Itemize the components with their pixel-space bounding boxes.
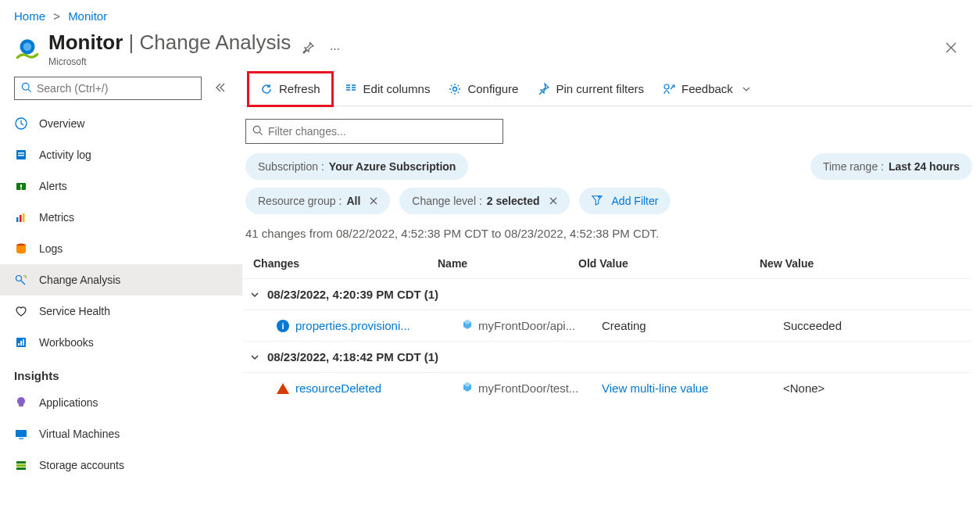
pill-time-range[interactable]: Time range : Last 24 hours (810, 153, 972, 180)
service-health-icon (14, 304, 28, 318)
refresh-icon (260, 83, 273, 95)
feedback-button[interactable]: Feedback (655, 75, 758, 103)
refresh-button[interactable]: Refresh (249, 73, 331, 105)
columns-icon (345, 83, 357, 95)
pin-label: Pin current filters (556, 82, 644, 95)
breadcrumb-home[interactable]: Home (14, 9, 45, 23)
sidebar-item-activity-log[interactable]: Activity log (0, 139, 242, 170)
summary-line: 41 changes from 08/22/2022, 4:52:38 PM C… (242, 222, 972, 252)
svg-rect-12 (23, 213, 25, 222)
old-value: Creating (602, 319, 783, 332)
close-button[interactable] (941, 38, 961, 60)
sidebar-item-change-analysis[interactable]: Change Analysis (0, 264, 242, 295)
pin-button[interactable] (297, 37, 319, 61)
breadcrumb-monitor[interactable]: Monitor (68, 9, 107, 23)
sidebar-search[interactable] (14, 77, 202, 100)
more-button[interactable]: ⋯ (325, 38, 345, 59)
title-block: Monitor | Change Analysis Microsoft (48, 30, 291, 67)
group-row[interactable]: 08/23/2022, 4:18:42 PM CDT (1) (242, 341, 972, 372)
pill-label: Change level : (412, 195, 482, 207)
metrics-icon (14, 210, 28, 224)
svg-point-1 (23, 42, 32, 51)
storage-accounts-icon (14, 458, 28, 472)
title-sep: | (123, 30, 139, 54)
chevron-down-icon (250, 290, 259, 299)
close-icon[interactable] (370, 197, 377, 205)
change-link[interactable]: resourceDeleted (295, 381, 381, 395)
publisher: Microsoft (48, 56, 291, 67)
svg-rect-6 (18, 155, 24, 156)
group-count: (1) (424, 288, 438, 301)
group-row[interactable]: 08/23/2022, 4:20:39 PM CDT (1) (242, 278, 972, 310)
filter-changes-input-wrap[interactable] (245, 119, 503, 144)
filter-changes-input[interactable] (268, 125, 496, 138)
group-count: (1) (424, 350, 438, 364)
alerts-icon (14, 179, 28, 193)
svg-rect-10 (16, 217, 19, 222)
collapse-sidebar-button[interactable] (211, 79, 228, 98)
pill-label: Time range : (823, 160, 884, 173)
col-header-name[interactable]: Name (438, 257, 578, 270)
add-filter-icon (592, 195, 603, 208)
sidebar-item-label: Storage accounts (39, 459, 124, 471)
monitor-icon (14, 36, 41, 63)
svg-rect-8 (20, 184, 22, 188)
sidebar-item-workbooks[interactable]: Workbooks (0, 327, 242, 358)
svg-point-25 (664, 84, 669, 89)
page-title: Monitor | Change Analysis (48, 30, 291, 55)
svg-rect-21 (16, 461, 26, 464)
pill-label: Resource group : (258, 195, 342, 207)
new-value: <None> (783, 381, 972, 395)
overview-icon (14, 116, 28, 131)
close-icon[interactable] (549, 197, 557, 205)
svg-rect-20 (19, 438, 23, 439)
sidebar-item-applications[interactable]: Applications (0, 387, 242, 418)
title-sub: Change Analysis (140, 30, 291, 54)
sidebar-search-input[interactable] (37, 82, 195, 95)
pill-resource-group[interactable]: Resource group : All (245, 188, 390, 214)
chevron-down-icon (742, 82, 750, 95)
svg-rect-11 (20, 215, 22, 222)
sidebar-item-service-health[interactable]: Service Health (0, 295, 242, 327)
table-header: Changes Name Old Value New Value (242, 252, 972, 278)
old-value-link[interactable]: View multi-line value (602, 381, 708, 395)
sidebar-item-alerts[interactable]: Alerts (0, 170, 242, 202)
edit-columns-button[interactable]: Edit columns (337, 75, 438, 103)
pill-add-filter[interactable]: Add Filter (579, 188, 671, 214)
col-header-changes[interactable]: Changes (253, 257, 438, 270)
table-row[interactable]: i properties.provisioni... myFrontDoor/a… (242, 310, 972, 341)
sidebar-item-storage-accounts[interactable]: Storage accounts (0, 449, 242, 481)
resource-name: myFrontDoor/test... (478, 381, 578, 395)
sidebar-item-overview[interactable]: Overview (0, 108, 242, 139)
svg-rect-9 (20, 188, 22, 190)
configure-button[interactable]: Configure (441, 75, 526, 103)
workbooks-icon (14, 335, 28, 349)
configure-label: Configure (467, 82, 518, 95)
new-value: Succeeded (783, 319, 972, 332)
sidebar-item-logs[interactable]: Logs (0, 233, 242, 264)
change-link[interactable]: properties.provisioni... (295, 319, 410, 332)
sidebar-item-virtual-machines[interactable]: Virtual Machines (0, 418, 242, 449)
svg-rect-22 (16, 464, 26, 467)
warning-icon (277, 383, 289, 394)
refresh-label: Refresh (279, 82, 320, 95)
svg-rect-23 (16, 467, 26, 470)
col-header-new[interactable]: New Value (760, 257, 972, 270)
refresh-highlight: Refresh (247, 71, 334, 107)
pill-value: Your Azure Subscription (329, 160, 456, 173)
resource-icon (461, 381, 474, 396)
pin-filters-button[interactable]: Pin current filters (529, 75, 652, 103)
col-header-old[interactable]: Old Value (578, 257, 760, 270)
svg-rect-17 (20, 341, 22, 346)
search-icon (252, 125, 263, 138)
svg-rect-16 (18, 343, 20, 346)
pill-subscription[interactable]: Subscription : Your Azure Subscription (245, 153, 468, 180)
sidebar-item-metrics[interactable]: Metrics (0, 202, 242, 233)
sidebar-item-label: Virtual Machines (39, 428, 120, 440)
sidebar-item-label: Change Analysis (39, 274, 120, 286)
pill-change-level[interactable]: Change level : 2 selected (399, 188, 569, 214)
svg-rect-18 (23, 339, 24, 346)
table-row[interactable]: resourceDeleted myFrontDoor/test... View… (242, 372, 972, 403)
resource-icon (461, 318, 474, 333)
sidebar-item-label: Logs (39, 242, 63, 255)
